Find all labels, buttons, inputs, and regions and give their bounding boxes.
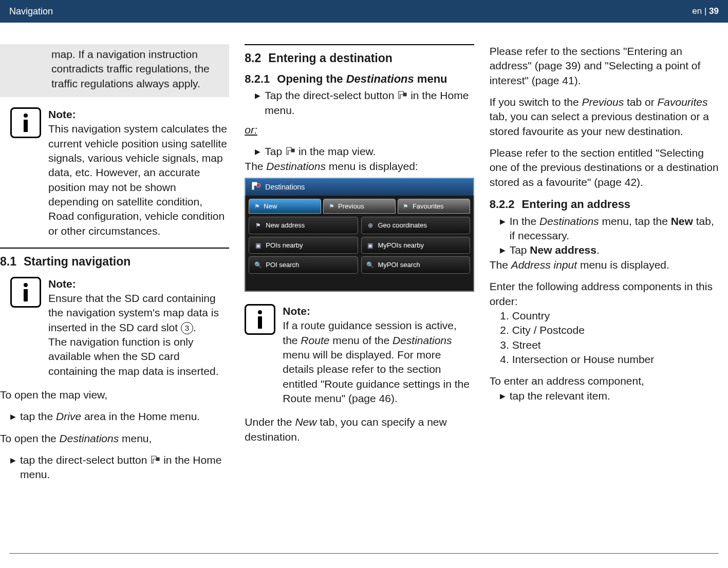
- bullet-icon: [255, 88, 260, 118]
- destinations-flag-icon: [397, 89, 407, 101]
- note-label: Note:: [283, 304, 474, 318]
- btn-geo-coordinates[interactable]: ⊕Geo coordinates: [361, 217, 470, 234]
- bullet-icon: [255, 144, 260, 159]
- callout-3: 3: [181, 322, 193, 334]
- step-tap-direct-select: Tap the direct-select button in the Home…: [245, 88, 474, 118]
- section-rule: [0, 248, 229, 249]
- star-flag-icon: ⚑: [402, 203, 409, 210]
- poi-icon: ▣: [254, 242, 262, 249]
- step-tap-new-address: Tap New address.: [490, 243, 719, 257]
- mypoi-icon: ▣: [367, 242, 374, 249]
- heading-8-1: 8.1 Starting navigation: [0, 254, 229, 270]
- search-icon: 🔍: [254, 261, 262, 269]
- to-enter-intro: To enter an address component,: [490, 374, 719, 388]
- bullet-icon: [10, 453, 16, 482]
- header-page-indicator: en | 39: [692, 6, 719, 16]
- flag-icon: ⚑: [328, 203, 335, 210]
- column-1: map. If a navigation instruction contrad…: [0, 44, 229, 482]
- step-open-dest: tap the direct-select button in the Home…: [0, 453, 229, 482]
- header-section-title: Navigation: [9, 6, 53, 17]
- address-order-list: Country City / Postcode Street Intersect…: [490, 309, 719, 367]
- svg-rect-1: [403, 93, 406, 96]
- info-icon: [245, 304, 275, 335]
- tab-favourites[interactable]: ⚑Favourites: [398, 199, 470, 214]
- info-icon: [10, 107, 41, 138]
- list-item: City / Postcode: [512, 323, 719, 337]
- content-columns: map. If a navigation instruction contrad…: [0, 23, 728, 482]
- btn-poi-search[interactable]: 🔍POI search: [249, 256, 358, 274]
- search-icon: 🔍: [367, 261, 374, 269]
- destinations-flag-icon: [251, 182, 261, 193]
- open-dest-intro: To open the Destinations menu,: [0, 431, 229, 446]
- tab-previous[interactable]: ⚑Previous: [323, 199, 396, 214]
- svg-rect-3: [257, 184, 260, 187]
- page-header: Navigation en | 39: [0, 0, 728, 23]
- list-item: Street: [512, 338, 719, 352]
- svg-rect-2: [291, 149, 294, 152]
- target-icon: ⊕: [367, 222, 374, 229]
- btn-pois-nearby[interactable]: ▣POIs nearby: [249, 237, 358, 254]
- step-open-map: tap the Drive area in the Home menu.: [0, 409, 229, 424]
- btn-mypoi-search[interactable]: 🔍MyPOI search: [361, 256, 470, 274]
- note-route-menu: Note: If a route guidance session is act…: [245, 301, 474, 415]
- refer-sections: Please refer to the sections "Entering a…: [490, 44, 719, 88]
- address-input-displayed: The Address input menu is displayed.: [490, 258, 719, 272]
- or-label: or:: [245, 123, 474, 137]
- screenshot-tabs: ⚑New ⚑Previous ⚑Favourites: [249, 199, 470, 214]
- open-map-intro: To open the map view,: [0, 388, 229, 402]
- destinations-flag-icon: [150, 454, 160, 466]
- destinations-flag-icon: [285, 145, 295, 157]
- note-position-accuracy: Note: This navigation system calculates …: [0, 104, 229, 248]
- bullet-icon: [500, 389, 506, 403]
- step-tap-relevant-item: tap the relevant item.: [490, 389, 719, 403]
- switch-tabs-text: If you switch to the Previous tab or Fav…: [490, 95, 719, 139]
- heading-8-2-2: 8.2.2 Entering an address: [490, 197, 719, 212]
- footer-rule: [9, 553, 719, 554]
- tab-new[interactable]: ⚑New: [249, 199, 321, 214]
- column-3: Please refer to the sections "Entering a…: [490, 44, 719, 482]
- bullet-icon: [500, 214, 506, 243]
- list-item: Country: [512, 309, 719, 323]
- heading-8-2: 8.2 Entering a destination: [245, 50, 474, 66]
- note-label: Note:: [48, 107, 229, 122]
- step-tap-new-tab: In the Destinations menu, tap the New ta…: [490, 214, 719, 243]
- destinations-displayed-text: The Destinations menu is displayed:: [245, 159, 474, 174]
- destinations-menu-screenshot: Destinations ⚑New ⚑Previous ⚑Favourites …: [245, 178, 474, 292]
- note-text: The navigation function is only availabl…: [48, 335, 229, 378]
- flag-icon: ⚑: [253, 203, 260, 210]
- btn-mypois-nearby[interactable]: ▣MyPOIs nearby: [361, 237, 470, 254]
- step-tap-in-map: Tap in the map view.: [245, 144, 474, 159]
- svg-rect-0: [156, 458, 159, 461]
- note-text: If a route guidance session is active, t…: [283, 318, 474, 406]
- flag-icon: ⚑: [254, 222, 262, 229]
- column-2: 8.2 Entering a destination 8.2.1 Opening…: [245, 44, 474, 482]
- under-new-tab-text: Under the New tab, you can specify a new…: [245, 415, 474, 444]
- note-text: This navigation system calculates the cu…: [48, 122, 229, 238]
- bullet-icon: [10, 409, 16, 424]
- warning-continuation: map. If a navigation instruction contrad…: [0, 44, 229, 97]
- note-label: Note:: [48, 277, 229, 291]
- bullet-icon: [500, 243, 506, 257]
- enter-order-intro: Enter the following address components i…: [490, 279, 719, 309]
- note-sd-card: Note: Ensure that the SD card containing…: [0, 274, 229, 388]
- btn-new-address[interactable]: ⚑New address: [249, 217, 358, 234]
- heading-8-2-1: 8.2.1 Opening the Destinations menu: [245, 71, 474, 87]
- section-rule: [245, 44, 474, 45]
- list-item: Intersection or House number: [512, 352, 719, 367]
- note-text: Ensure that the SD card containing the n…: [48, 291, 229, 335]
- screenshot-titlebar: Destinations: [245, 178, 474, 196]
- refer-previous-favourites: Please refer to the section entitled "Se…: [490, 146, 719, 190]
- info-icon: [10, 277, 41, 308]
